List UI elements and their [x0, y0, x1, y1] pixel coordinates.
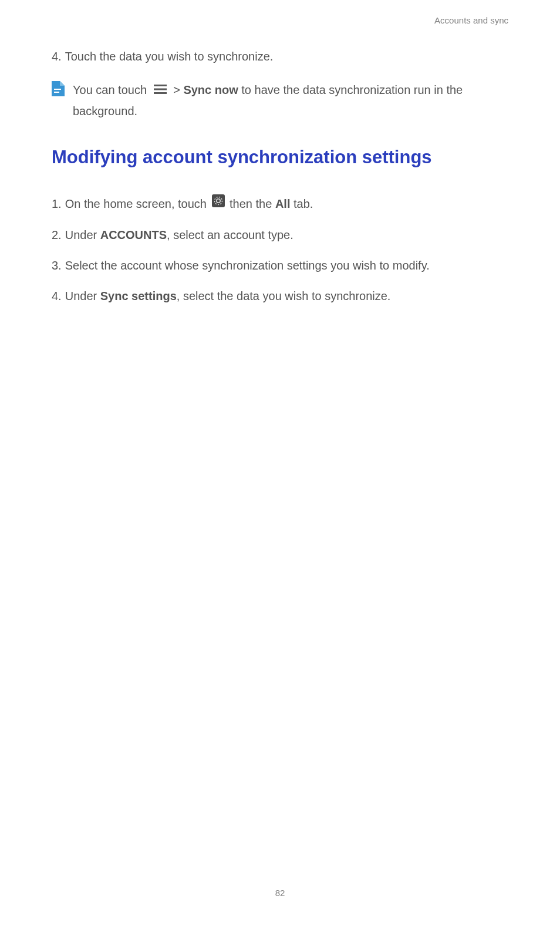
step-body: On the home screen, touch then the All t… — [65, 195, 313, 214]
step-number: 4. — [52, 50, 62, 63]
note-bold-action: Sync now — [183, 83, 238, 96]
note-callout: You can touch > Sync now to have the dat… — [52, 80, 508, 121]
svg-rect-3 — [154, 88, 167, 90]
step-1: 1. On the home screen, touch then the Al… — [52, 195, 508, 214]
step-bold: ACCOUNTS — [100, 228, 167, 241]
note-separator: > — [170, 83, 184, 96]
step-prefix: On the home screen, touch — [65, 197, 210, 210]
svg-rect-1 — [54, 92, 59, 93]
step-3: 3. Select the account whose synchronizat… — [52, 257, 508, 274]
section-heading: Modifying account synchronization settin… — [52, 147, 508, 168]
step-number: 4. — [52, 287, 62, 305]
continuation-step-4: 4. Touch the data you wish to synchroniz… — [52, 50, 508, 63]
svg-rect-4 — [154, 92, 167, 94]
step-2: 2. Under ACCOUNTS, select an account typ… — [52, 226, 508, 244]
steps-list: 1. On the home screen, touch then the Al… — [52, 195, 508, 305]
step-mid: then the — [227, 197, 275, 210]
step-prefix: Under — [65, 228, 100, 241]
section-title: Accounts and sync — [434, 15, 508, 25]
page-header-section: Accounts and sync — [434, 15, 508, 25]
step-suffix: , select an account type. — [167, 228, 294, 241]
step-suffix: , select the data you wish to synchroniz… — [177, 289, 391, 302]
svg-rect-2 — [154, 85, 167, 86]
step-bold: Sync settings — [100, 289, 177, 302]
page-content: 4. Touch the data you wish to synchroniz… — [52, 50, 508, 318]
step-number: 1. — [52, 195, 62, 214]
note-document-icon — [52, 81, 65, 96]
step-prefix: Under — [65, 289, 100, 302]
step-4: 4. Under Sync settings, select the data … — [52, 287, 508, 305]
settings-gear-icon — [212, 194, 225, 212]
step-suffix: tab. — [290, 197, 313, 210]
step-text: Touch the data you wish to synchronize. — [65, 50, 274, 63]
note-text: You can touch > Sync now to have the dat… — [73, 80, 508, 121]
step-text: Select the account whose synchronization… — [65, 257, 430, 274]
step-bold: All — [275, 197, 291, 210]
step-body: Under Sync settings, select the data you… — [65, 287, 391, 305]
svg-rect-0 — [54, 89, 61, 90]
step-number: 2. — [52, 226, 62, 244]
svg-rect-5 — [212, 194, 225, 207]
step-body: Under ACCOUNTS, select an account type. — [65, 226, 294, 244]
note-prefix: You can touch — [73, 83, 150, 96]
step-number: 3. — [52, 257, 62, 274]
page-number: 82 — [0, 888, 560, 898]
hamburger-menu-icon — [154, 80, 167, 100]
